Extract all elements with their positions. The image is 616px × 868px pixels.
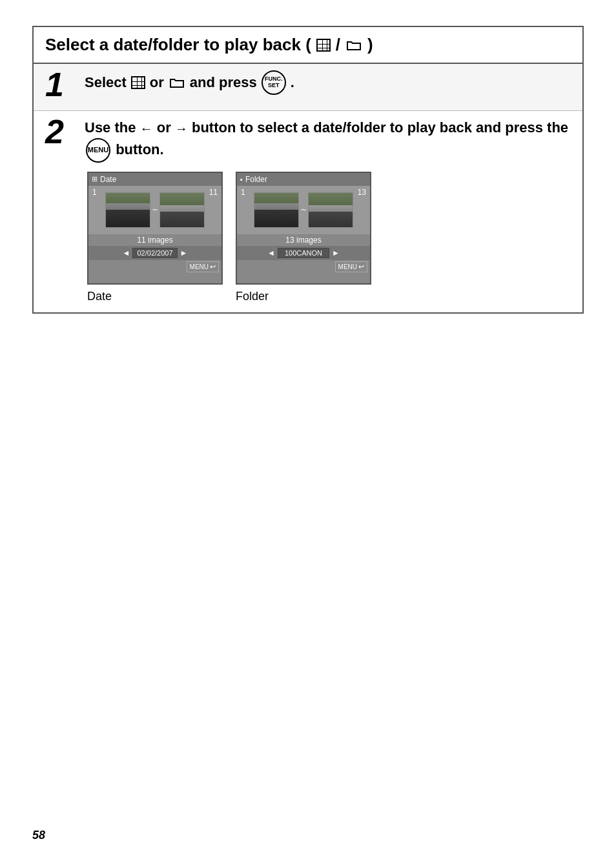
date-left-arrow: ◄	[123, 248, 130, 257]
date-thumb-img-left	[106, 193, 150, 227]
func-set-icon: FUNC. SET	[262, 70, 286, 95]
menu-icon: MENU	[86, 138, 110, 163]
folder-thumb-img-right	[309, 193, 353, 227]
date-menu-btn: MENU ↩	[187, 261, 219, 272]
title-text-end: )	[367, 35, 373, 55]
step-2-or: or	[157, 119, 175, 136]
instruction-box: Select a date/folder to play back ( / ) …	[32, 26, 584, 314]
date-thumb-left	[105, 192, 150, 228]
date-thumb-img-right	[160, 193, 204, 227]
step-1-and-press: and press	[190, 73, 257, 93]
page-container: Select a date/folder to play back ( / ) …	[0, 0, 616, 352]
folder-left-arrow: ◄	[267, 248, 275, 257]
folder-menu-label: MENU	[338, 263, 357, 270]
step-1-select: Select	[85, 73, 127, 93]
date-num-start: 1	[92, 188, 97, 197]
folder-thumb-right	[308, 192, 353, 228]
date-grid-icon: ⊞	[92, 175, 98, 183]
arrow-left-icon: ←	[140, 121, 153, 136]
date-num-end: 11	[209, 188, 218, 197]
step-1-text: Select or and press FUNC. SET	[85, 70, 571, 95]
step-2-button-end: button.	[116, 141, 164, 157]
step-2-use-the: Use the	[85, 119, 140, 136]
date-thumbnail-area: 1 ~ 11	[88, 186, 221, 234]
date-right-arrow: ►	[180, 248, 188, 257]
step-2-number: 2	[45, 115, 81, 148]
folder-thumb-left	[254, 192, 299, 228]
date-menu-label: MENU	[190, 263, 209, 270]
folder-top-bar: ▪ Folder	[237, 173, 370, 186]
page-title: Select a date/folder to play back ( / )	[45, 35, 571, 55]
date-screen-group: ⊞ Date 1 ~	[87, 172, 223, 303]
step-1-period: .	[291, 73, 294, 93]
date-top-bar: ⊞ Date	[88, 173, 221, 186]
title-separator: /	[336, 35, 340, 55]
date-return-icon: ↩	[210, 263, 216, 271]
folder-images-count: 13 images	[237, 234, 370, 246]
title-row: Select a date/folder to play back ( / )	[34, 27, 582, 64]
folder-num-start: 1	[241, 188, 245, 197]
step-1-content: Select or and press FUNC. SET	[81, 70, 571, 95]
date-thumb-right	[159, 192, 205, 228]
folder-value-box: 100CANON	[278, 248, 329, 258]
date-screen-label-below: Date	[87, 290, 112, 303]
step-1-or: or	[150, 73, 164, 93]
folder-icon-small: ▪	[240, 176, 243, 183]
screens-row: ⊞ Date 1 ~	[85, 172, 571, 303]
grid-icon-title	[316, 39, 331, 52]
folder-right-arrow: ►	[332, 248, 340, 257]
step-1-row: 1 Select or and press FU	[34, 64, 582, 111]
folder-icon-step1	[169, 76, 185, 90]
folder-thumb-img-left	[254, 193, 298, 227]
title-text: Select a date/folder to play back (	[45, 35, 311, 55]
step-2-button-text: button to select a date/folder to play b…	[192, 119, 568, 136]
arrow-right-icon: →	[175, 121, 188, 136]
date-value-box: 02/02/2007	[132, 248, 177, 258]
folder-num-end: 13	[358, 188, 366, 197]
folder-menu-btn: MENU ↩	[335, 261, 367, 272]
date-screen-label: Date	[100, 175, 116, 184]
folder-thumbnail-area: 1 ~ 13	[237, 186, 370, 234]
folder-screen-label-below: Folder	[236, 290, 269, 303]
menu-label: MENU	[88, 145, 108, 156]
folder-bottom-bar: MENU ↩	[237, 260, 370, 274]
step-2-text: Use the ← or → button to select a date/f…	[85, 117, 571, 163]
step-1-number: 1	[45, 68, 81, 101]
step-2-content: Use the ← or → button to select a date/f…	[81, 117, 571, 303]
folder-screen-group: ▪ Folder 1 ~	[236, 172, 371, 303]
grid-icon-step1	[131, 76, 145, 89]
date-tilde: ~	[152, 205, 158, 215]
page-number: 58	[32, 829, 45, 842]
date-images-count: 11 images	[88, 234, 221, 246]
func-label-bottom: SET	[268, 83, 280, 89]
folder-screen-label: Folder	[245, 175, 267, 184]
step-2-row: 2 Use the ← or → button to select a date…	[34, 111, 582, 312]
date-lcd-screen: ⊞ Date 1 ~	[87, 172, 223, 285]
folder-lcd-screen: ▪ Folder 1 ~	[236, 172, 371, 285]
folder-icon-title	[345, 38, 362, 52]
folder-nav-bar: ◄ 100CANON ►	[237, 246, 370, 260]
date-nav-bar: ◄ 02/02/2007 ►	[88, 246, 221, 260]
folder-return-icon: ↩	[358, 263, 364, 271]
folder-tilde: ~	[301, 205, 306, 215]
date-bottom-bar: MENU ↩	[88, 260, 221, 274]
